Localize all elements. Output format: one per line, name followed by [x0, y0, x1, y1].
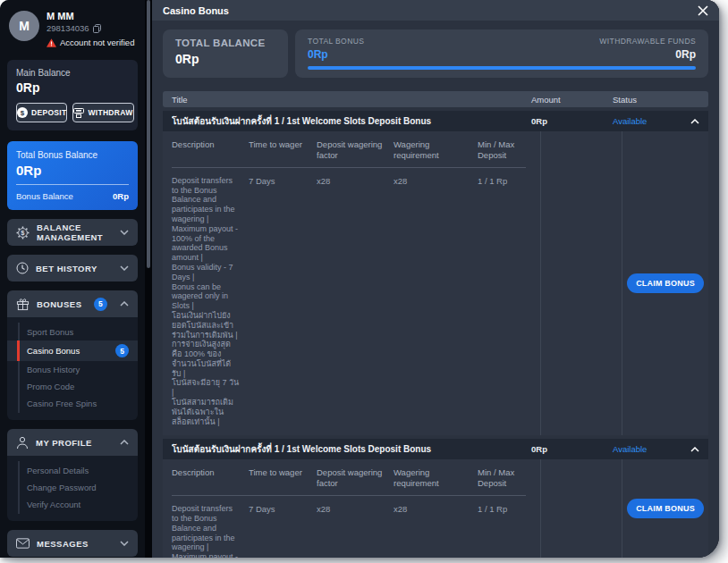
sidebar-item-balance-management[interactable]: $ BALANCE MANAGEMENT — [7, 219, 138, 246]
sidebar-item-label: MY PROFILE — [36, 438, 92, 448]
detail-header-time-to-wager: Time to wager — [249, 139, 317, 161]
total-balance-label: TOTAL BALANCE — [175, 38, 275, 48]
detail-header-min-max-deposit: Min / Max Deposit — [478, 139, 540, 161]
deposit-label: DEPOSIT — [31, 108, 66, 117]
chevron-up-icon[interactable] — [680, 119, 699, 124]
detail-description: Deposit transfers to the Bonus Balance a… — [172, 504, 249, 558]
main-balance-label: Main Balance — [16, 68, 129, 78]
account-not-verified-label: Account not verified — [60, 38, 134, 47]
claim-bonus-button[interactable]: CLAIM BONUS — [627, 499, 704, 518]
sidebar-item-label: BET HISTORY — [36, 264, 97, 273]
bonus-table-header: Title Amount Status — [163, 91, 708, 107]
panel-title: Casino Bonus — [163, 5, 229, 16]
divider — [172, 495, 526, 496]
bonus-balance-label: Bonus Balance — [16, 191, 73, 201]
chevron-down-icon — [120, 230, 129, 235]
detail-time-to-wager: 7 Days — [249, 504, 317, 558]
bonus-amount: 0Rp — [531, 116, 613, 126]
sidebar-item-label: BONUSES — [37, 299, 81, 309]
detail-header-description: Description — [172, 467, 249, 489]
detail-header-deposit-wagering-factor: Deposit wagering factor — [317, 139, 394, 161]
sidebar-item-verify-account[interactable]: Verify Account — [7, 496, 138, 513]
person-icon — [16, 436, 29, 450]
sidebar-item-label: BALANCE MANAGEMENT — [37, 223, 113, 242]
divider — [172, 167, 526, 168]
sidebar-item-bonuses[interactable]: BONUSES 5 — [7, 290, 138, 317]
dollar-coin-icon: $ — [17, 107, 28, 118]
account-sidebar: M M MM 298134036 Account not verified — [0, 0, 145, 558]
sidebar-item-sport-bonus[interactable]: Sport Bonus — [7, 324, 138, 340]
balance-summary: TOTAL BALANCE 0Rp TOTAL BONUS 0Rp WITHDR… — [163, 29, 708, 78]
withdrawable-funds-value: 0Rp — [599, 48, 696, 61]
bonus-title: โบนัสต้อนรับเงินฝากครั้งที่ 1 / 1st Welc… — [172, 442, 531, 456]
main-balance-value: 0Rp — [16, 80, 129, 95]
bonus-row: โบนัสต้อนรับเงินฝากครั้งที่ 1 / 1st Welc… — [163, 107, 708, 435]
sub-item-label: Bonus History — [27, 365, 80, 374]
bonus-amount: 0Rp — [531, 444, 613, 454]
chevron-up-icon — [120, 440, 129, 445]
user-block: M M MM 298134036 Account not verified — [7, 7, 138, 55]
sidebar-item-bonus-history[interactable]: Bonus History — [7, 361, 138, 378]
clock-icon — [16, 262, 29, 274]
bonuses-count-badge: 5 — [94, 298, 107, 311]
chevron-down-icon — [120, 265, 129, 271]
atm-icon — [73, 108, 84, 118]
deposit-button[interactable]: $ DEPOSIT — [16, 103, 67, 122]
chevron-up-icon — [120, 301, 129, 307]
main-balance-card: Main Balance 0Rp $ DEPOSIT WITHDRAW — [7, 60, 138, 130]
bonus-row-header[interactable]: โบนัสต้อนรับเงินฝากครั้งที่ 1 / 1st Welc… — [163, 439, 708, 459]
detail-header-min-max-deposit: Min / Max Deposit — [478, 467, 540, 489]
detail-min-max-deposit: 1 / 1 Rp — [478, 504, 540, 558]
total-bonus-label: TOTAL BONUS — [308, 37, 364, 46]
sub-item-label: Personal Details — [27, 466, 89, 475]
detail-header-deposit-wagering-factor: Deposit wagering factor — [317, 467, 394, 489]
sub-item-label: Change Password — [27, 483, 97, 492]
sidebar-scrollbar[interactable] — [145, 0, 152, 558]
bonus-balance-value: 0Rp — [113, 191, 129, 201]
sidebar-item-change-password[interactable]: Change Password — [7, 479, 138, 496]
sub-item-label: Casino Bonus — [27, 346, 80, 356]
sub-item-label: Sport Bonus — [27, 327, 73, 337]
sub-item-label: Promo Code — [27, 382, 74, 391]
gift-icon — [16, 298, 30, 311]
total-bonus-balance-value: 0Rp — [16, 163, 129, 178]
withdraw-button[interactable]: WITHDRAW — [72, 103, 133, 122]
sidebar-item-promo-code[interactable]: Promo Code — [7, 378, 138, 395]
claim-bonus-button[interactable]: CLAIM BONUS — [627, 273, 704, 293]
panel-header: Casino Bonus — [152, 0, 719, 21]
sidebar-item-personal-details[interactable]: Personal Details — [7, 462, 138, 479]
avatar: M — [9, 11, 39, 41]
detail-header-wagering-requirement: Wagering requirement — [394, 139, 478, 161]
sub-item-label: Verify Account — [27, 500, 80, 509]
bonus-title: โบนัสต้อนรับเงินฝากครั้งที่ 1 / 1st Welc… — [172, 114, 531, 128]
panel-body: TOTAL BALANCE 0Rp TOTAL BONUS 0Rp WITHDR… — [152, 21, 719, 558]
divider — [16, 184, 129, 185]
sub-item-label: Casino Free Spins — [27, 399, 97, 408]
bonuses-submenu: Sport Bonus Casino Bonus 5 Bonus History… — [7, 317, 138, 420]
svg-text:$: $ — [21, 229, 25, 237]
detail-header-time-to-wager: Time to wager — [249, 467, 317, 489]
copy-icon[interactable] — [93, 24, 101, 33]
detail-description: Deposit transfers to the Bonus Balance a… — [172, 176, 249, 436]
total-balance-value: 0Rp — [175, 52, 275, 66]
bonus-summary-card: TOTAL BONUS 0Rp WITHDRAWABLE FUNDS 0Rp — [295, 29, 708, 78]
my-profile-submenu: Personal Details Change Password Verify … — [7, 456, 138, 521]
sidebar-item-my-profile[interactable]: MY PROFILE — [7, 429, 138, 456]
bonus-row-header[interactable]: โบนัสต้อนรับเงินฝากครั้งที่ 1 / 1st Welc… — [163, 111, 708, 131]
sidebar-item-casino-free-spins[interactable]: Casino Free Spins — [7, 395, 138, 412]
close-icon[interactable] — [698, 5, 708, 16]
sidebar-item-messages[interactable]: MESSAGES — [7, 530, 138, 557]
sidebar-item-label: MESSAGES — [37, 539, 89, 549]
detail-deposit-wagering-factor: x28 — [317, 504, 394, 558]
chevron-up-icon[interactable] — [680, 447, 699, 452]
bonus-status: Available — [613, 116, 680, 126]
scrollbar-thumb[interactable] — [147, 0, 150, 268]
withdraw-label: WITHDRAW — [88, 108, 132, 117]
sidebar-item-bet-history[interactable]: BET HISTORY — [7, 255, 138, 282]
total-bonus-value: 0Rp — [308, 48, 364, 61]
user-name: M MM — [47, 11, 134, 21]
warning-icon — [47, 38, 56, 47]
sidebar-item-casino-bonus[interactable]: Casino Bonus 5 — [7, 340, 138, 361]
detail-wagering-requirement: x28 — [394, 176, 478, 436]
column-amount: Amount — [531, 95, 613, 105]
